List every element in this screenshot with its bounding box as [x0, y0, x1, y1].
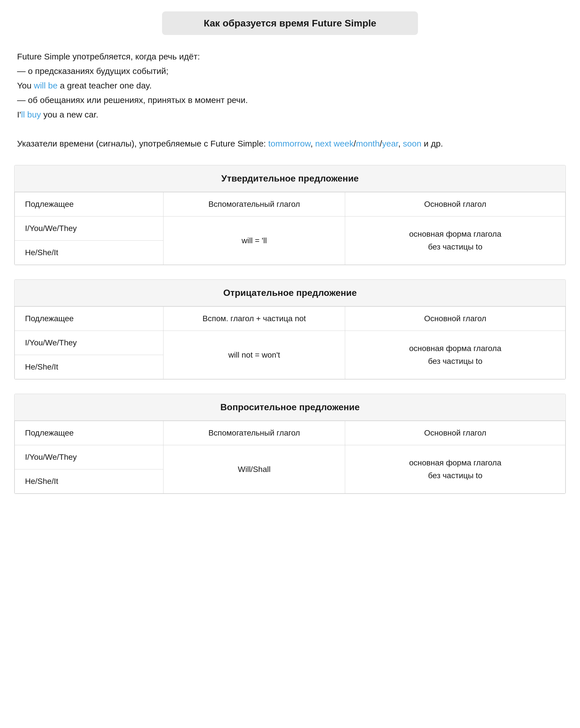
interrogative-header: Вопросительное предложение [15, 394, 565, 421]
table-row: I/You/We/They will = 'll основная форма … [15, 216, 565, 241]
subject-he-she: He/She/It [15, 355, 164, 379]
negative-section: Отрицательное предложение Подлежащее Всп… [14, 279, 566, 380]
negative-table: Подлежащее Вспом. глагол + частица not О… [15, 306, 565, 379]
signal-soon: soon [403, 139, 421, 148]
col-subject-header: Подлежащее [15, 192, 164, 216]
intro-time-signals-label: Указатели времени (сигналы), употребляем… [17, 139, 268, 148]
table-row: I/You/We/They Will/Shall основная форма … [15, 445, 565, 469]
affirmative-table: Подлежащее Вспомогательный глагол Основн… [15, 192, 565, 265]
col-main-header: Основной глагол [345, 192, 565, 216]
table-header-row: Подлежащее Вспомогательный глагол Основн… [15, 192, 565, 216]
main-verb-cell: основная форма глаголабез частицы to [345, 445, 565, 494]
intro-line3-suffix: a great teacher one day. [57, 81, 151, 90]
intro-line3-prefix: You [17, 81, 34, 90]
aux-cell: will = 'll [163, 216, 345, 265]
interrogative-table: Подлежащее Вспомогательный глагол Основн… [15, 421, 565, 494]
intro-line4: — об обещаниях или решениях, принятых в … [17, 95, 248, 105]
affirmative-header: Утвердительное предложение [15, 165, 565, 192]
intro-section: Future Simple употребляется, когда речь … [14, 49, 566, 151]
col-subject-header: Подлежащее [15, 421, 164, 445]
page-title: Как образуется время Future Simple [162, 11, 418, 35]
intro-will-be: will be [34, 81, 57, 90]
signal-tomorrow: tommorrow [268, 139, 310, 148]
subject-he-she: He/She/It [15, 469, 164, 494]
table-row: I/You/We/They will not = won't основная … [15, 331, 565, 355]
subject-i-you: I/You/We/They [15, 216, 164, 241]
signal-month: month [356, 139, 380, 148]
signal-year: year [382, 139, 398, 148]
intro-line5: I'll buy you a new car. [17, 110, 99, 119]
col-aux-header: Вспом. глагол + частица not [163, 307, 345, 331]
subject-he-she: He/She/It [15, 241, 164, 265]
table-header-row: Подлежащее Вспом. глагол + частица not О… [15, 307, 565, 331]
subject-i-you: I/You/We/They [15, 331, 164, 355]
col-aux-header: Вспомогательный глагол [163, 192, 345, 216]
col-main-header: Основной глагол [345, 421, 565, 445]
negative-header: Отрицательное предложение [15, 280, 565, 306]
col-subject-header: Подлежащее [15, 307, 164, 331]
col-main-header: Основной глагол [345, 307, 565, 331]
aux-cell: will not = won't [163, 331, 345, 379]
intro-line1: Future Simple употребляется, когда речь … [17, 52, 200, 61]
intro-ll-buy: ll buy [21, 110, 41, 119]
signal-next-week: next week [315, 139, 354, 148]
affirmative-section: Утвердительное предложение Подлежащее Вс… [14, 165, 566, 265]
aux-cell: Will/Shall [163, 445, 345, 494]
interrogative-section: Вопросительное предложение Подлежащее Вс… [14, 394, 566, 494]
intro-line3: You will be a great teacher one day. [17, 81, 152, 90]
intro-line5-suffix: you a new car. [41, 110, 99, 119]
main-verb-cell: основная форма глаголабез частицы to [345, 331, 565, 379]
col-aux-header: Вспомогательный глагол [163, 421, 345, 445]
intro-line2: — о предсказаниях будущих событий; [17, 66, 168, 76]
main-verb-cell: основная форма глаголабез частицы to [345, 216, 565, 265]
table-header-row: Подлежащее Вспомогательный глагол Основн… [15, 421, 565, 445]
subject-i-you: I/You/We/They [15, 445, 164, 469]
intro-line5-prefix: I' [17, 110, 21, 119]
